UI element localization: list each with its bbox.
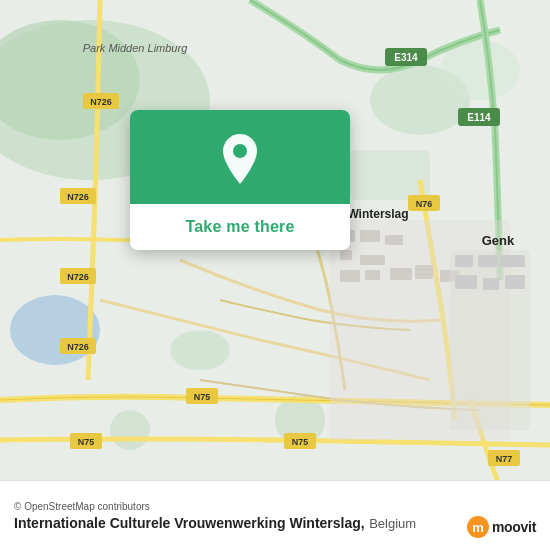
svg-rect-23 — [478, 255, 498, 267]
svg-rect-18 — [390, 268, 412, 280]
svg-text:E314: E314 — [394, 52, 418, 63]
place-name: Internationale Culturele Vrouwenwerking … — [14, 515, 365, 531]
location-pin-icon — [218, 132, 262, 186]
svg-text:N75: N75 — [194, 392, 211, 402]
svg-text:N726: N726 — [67, 272, 89, 282]
svg-text:N77: N77 — [496, 454, 513, 464]
svg-rect-13 — [385, 235, 403, 245]
moovit-m-icon: m — [467, 516, 489, 538]
svg-rect-25 — [455, 275, 477, 289]
svg-text:N726: N726 — [67, 192, 89, 202]
svg-text:E114: E114 — [467, 112, 491, 123]
cta-overlay: Take me there — [130, 110, 350, 250]
place-info: Internationale Culturele Vrouwenwerking … — [14, 514, 536, 532]
svg-rect-14 — [340, 250, 352, 260]
moovit-wordmark: moovit — [492, 519, 536, 535]
svg-text:N726: N726 — [90, 97, 112, 107]
svg-rect-17 — [365, 270, 380, 280]
svg-text:N726: N726 — [67, 342, 89, 352]
svg-text:N75: N75 — [292, 437, 309, 447]
place-country: Belgium — [369, 516, 416, 531]
cta-green-section — [130, 110, 350, 204]
svg-rect-26 — [483, 278, 499, 290]
svg-text:N75: N75 — [78, 437, 95, 447]
map-container: E314 E114 N726 N726 N726 N726 N76 N75 N7… — [0, 0, 550, 480]
svg-text:N76: N76 — [416, 199, 433, 209]
svg-rect-12 — [360, 230, 380, 242]
svg-rect-27 — [505, 275, 525, 289]
map-attribution: © OpenStreetMap contributors — [14, 501, 536, 512]
svg-point-4 — [170, 330, 230, 370]
svg-point-53 — [233, 144, 247, 158]
svg-text:Winterslag: Winterslag — [347, 207, 408, 221]
svg-text:Genk: Genk — [482, 233, 515, 248]
take-me-there-button[interactable]: Take me there — [130, 204, 350, 250]
svg-rect-16 — [340, 270, 360, 282]
svg-rect-22 — [455, 255, 473, 267]
svg-point-9 — [110, 410, 150, 450]
bottom-bar: © OpenStreetMap contributors Internation… — [0, 480, 550, 550]
cta-button-label: Take me there — [185, 218, 294, 235]
svg-rect-15 — [360, 255, 385, 265]
moovit-logo: m moovit — [467, 516, 536, 538]
svg-rect-19 — [415, 265, 433, 279]
svg-rect-7 — [350, 150, 430, 200]
svg-text:Park Midden Limburg: Park Midden Limburg — [83, 42, 188, 54]
svg-rect-24 — [500, 255, 525, 267]
